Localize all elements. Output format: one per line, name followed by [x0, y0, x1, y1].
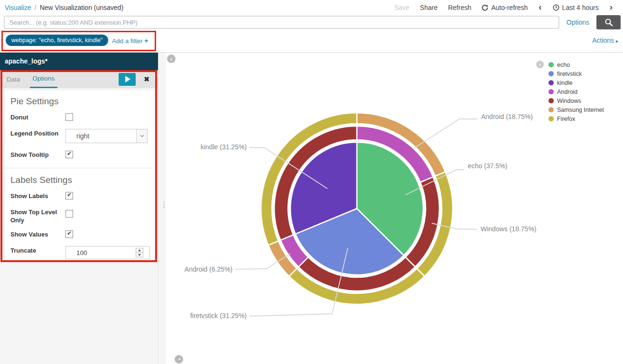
slice-callout-label: echo (37.5%)	[468, 162, 507, 170]
time-range-picker[interactable]: Last 4 hours	[548, 4, 604, 11]
save-button[interactable]: Save	[389, 4, 415, 11]
show-labels-row: Show Labels	[10, 191, 148, 200]
legend-color-dot	[549, 107, 554, 112]
search-submit-button[interactable]	[596, 15, 621, 29]
legend-label: Firefox	[557, 116, 575, 122]
legend-position-label: Legend Position	[10, 129, 65, 138]
time-back-button[interactable]: ‹	[533, 2, 547, 11]
breadcrumb-visualize-link[interactable]: Visualize	[5, 4, 31, 11]
search-bar: Options	[0, 15, 623, 30]
show-top-level-checkbox[interactable]	[65, 210, 73, 218]
legend-position-value: right	[76, 132, 89, 140]
top-nav-bar: Visualize / New Visualization (unsaved) …	[0, 0, 623, 15]
section-divider	[5, 168, 153, 168]
page-title: New Visualization (unsaved)	[40, 4, 123, 11]
clock-icon	[553, 4, 559, 11]
callout-leader-line	[432, 223, 477, 229]
chart-legend: echofiretvstickkindleAndroidWindowsSamsu…	[549, 60, 604, 123]
discard-changes-button[interactable]: ✖	[141, 73, 152, 85]
search-input[interactable]	[4, 16, 559, 29]
play-icon	[125, 76, 130, 82]
legend-color-dot	[549, 80, 554, 85]
legend-label: firetvstick	[557, 71, 582, 77]
labels-settings-heading: Labels Settings	[10, 175, 148, 185]
caret-down-icon	[138, 254, 141, 256]
chart-area: ‹ Android (18.75%)echo (37.5%)Windows (1…	[166, 53, 623, 364]
slice-callout-label: Android (6.25%)	[185, 265, 232, 273]
caret-up-icon	[138, 249, 141, 251]
legend-item-Windows[interactable]: Windows	[549, 96, 604, 105]
add-filter-link[interactable]: Add a filter +	[112, 37, 149, 45]
legend-color-dot	[549, 89, 554, 94]
auto-refresh-button[interactable]: Auto-refresh	[476, 4, 533, 11]
legend-position-row: Legend Position right	[10, 129, 148, 143]
filter-actions-link[interactable]: Actions ▸	[592, 36, 618, 44]
legend-label: kindle	[557, 80, 573, 86]
main-area: apache_logs* Data Options ✖ Pie Settings…	[0, 53, 623, 364]
show-values-checkbox[interactable]	[65, 230, 73, 238]
donut-checkbox[interactable]	[65, 113, 73, 121]
vis-editor-sidebar: apache_logs* Data Options ✖ Pie Settings…	[0, 53, 158, 364]
show-tooltip-checkbox[interactable]	[65, 151, 73, 158]
legend-item-echo[interactable]: echo	[549, 60, 604, 69]
search-icon	[604, 18, 613, 27]
breadcrumb: Visualize / New Visualization (unsaved)	[5, 4, 123, 11]
legend-item-kindle[interactable]: kindle	[549, 78, 604, 87]
index-pattern-header: apache_logs*	[0, 53, 158, 70]
show-values-row: Show Values	[10, 230, 148, 239]
legend-label: Samsung Internet	[557, 107, 604, 113]
sidebar-resizer[interactable]: ⋮	[158, 53, 166, 364]
breadcrumb-separator: /	[35, 4, 37, 11]
legend-item-firetvstick[interactable]: firetvstick	[549, 69, 604, 78]
legend-position-select[interactable]: right	[65, 129, 148, 143]
slice-callout-label: kindle (31.25%)	[201, 143, 247, 151]
slice-callout-label: Windows (18.75%)	[481, 225, 537, 233]
show-tooltip-label: Show Tooltip	[10, 150, 65, 159]
topbar-actions: Save Share Refresh Auto-refresh ‹ Last 4…	[389, 4, 618, 11]
legend-color-dot	[549, 71, 554, 76]
legend-color-dot	[549, 98, 554, 103]
chevron-right-icon: ›	[539, 62, 541, 67]
show-labels-checkbox[interactable]	[65, 192, 73, 200]
donut-row: Donut	[10, 113, 148, 122]
time-forward-button[interactable]: ›	[604, 2, 618, 11]
slice-callout-label: Android (18.75%)	[481, 113, 533, 120]
legend-color-dot	[549, 116, 554, 121]
scroll-up-button[interactable]: ›	[175, 355, 183, 364]
stepper-up-button[interactable]	[136, 248, 143, 253]
tab-options[interactable]: Options	[30, 70, 58, 88]
legend-label: Windows	[557, 98, 581, 104]
refresh-button[interactable]: Refresh	[443, 4, 476, 11]
show-labels-label: Show Labels	[10, 191, 65, 200]
chevron-right-icon: ▸	[616, 38, 618, 44]
legend-item-Firefox[interactable]: Firefox	[549, 114, 604, 123]
legend-item-Samsung-Internet[interactable]: Samsung Internet	[549, 105, 604, 114]
show-tooltip-row: Show Tooltip	[10, 150, 148, 159]
editor-tabs: Data Options ✖	[0, 70, 158, 88]
chevron-down-icon	[136, 129, 147, 143]
chevron-up-icon: ›	[176, 358, 182, 360]
filter-pill-webpage[interactable]: webpage: "echo, firetvstick, kindle"	[6, 35, 108, 46]
legend-toggle-button[interactable]: ›	[536, 61, 544, 68]
search-options-link[interactable]: Options	[559, 18, 596, 26]
legend-color-dot	[549, 62, 554, 67]
donut-label: Donut	[10, 113, 65, 122]
tab-data[interactable]: Data	[4, 70, 23, 88]
apply-changes-button[interactable]	[119, 73, 136, 86]
truncate-row: Truncate	[10, 246, 148, 259]
show-top-level-label: Show Top Level Only	[10, 208, 65, 225]
plus-icon: +	[144, 37, 148, 45]
close-icon: ✖	[144, 75, 149, 83]
filter-bar: webpage: "echo, firetvstick, kindle" Add…	[0, 30, 623, 53]
legend-label: echo	[557, 62, 570, 68]
pie-settings-heading: Pie Settings	[10, 96, 148, 107]
stepper-down-button[interactable]	[136, 253, 143, 257]
share-button[interactable]: Share	[415, 4, 443, 11]
refresh-cycle-icon	[482, 4, 488, 11]
number-stepper	[136, 248, 143, 257]
legend-item-Android[interactable]: Android	[549, 87, 604, 96]
slice-callout-label: firetvstick (31.25%)	[190, 312, 247, 319]
truncate-label: Truncate	[10, 246, 65, 255]
legend-label: Android	[557, 89, 577, 95]
show-top-level-row: Show Top Level Only	[10, 208, 148, 225]
